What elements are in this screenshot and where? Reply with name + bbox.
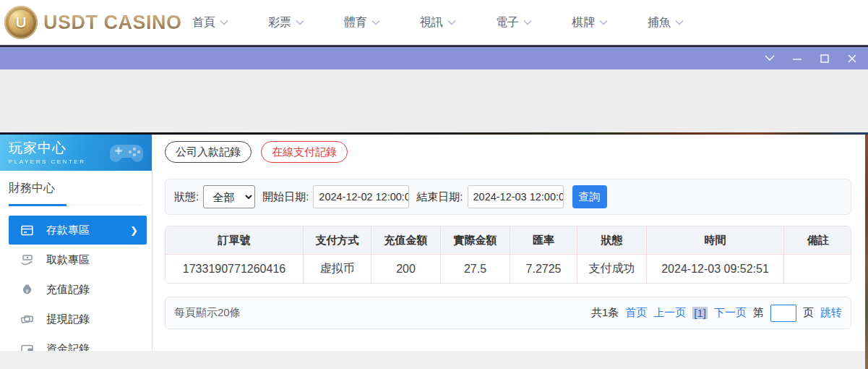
sidebar-item-withdraw[interactable]: 取款專區 — [0, 245, 152, 274]
sidebar-item-recharge-record[interactable]: ¥ 充值記錄 — [0, 275, 152, 304]
page-number-input[interactable] — [770, 305, 796, 322]
table-row: 1733190771260416 虚拟币 200 27.5 7.2725 支付成… — [166, 255, 851, 283]
chevron-down-icon — [599, 20, 608, 25]
records-table-wrap: 訂單號 支付方式 充值金額 實際金額 匯率 狀態 時間 備註 173319077 — [165, 226, 851, 284]
search-button[interactable]: 查詢 — [572, 185, 607, 208]
col-actual-amount: 實際金額 — [440, 226, 510, 255]
nav-item-lottery[interactable]: 彩票 — [268, 15, 304, 30]
maximize-icon[interactable] — [819, 53, 830, 64]
chevron-down-icon — [220, 20, 228, 25]
brand-logo[interactable]: U USDT CASINO — [0, 6, 182, 39]
nav-label: 棋牌 — [572, 15, 595, 30]
nav-item-sports[interactable]: 體育 — [344, 15, 380, 30]
page-size-text: 每頁顯示20條 — [174, 306, 241, 320]
withdraw-icon — [20, 253, 34, 267]
cell-pay-method: 虚拟币 — [303, 255, 371, 283]
col-time: 時間 — [646, 226, 783, 255]
content-panel: 玩家中心 PLAYERS CENTER 財務中心 存款專區 ❯ — [0, 135, 865, 351]
end-date-label: 結束日期: — [416, 190, 463, 204]
chevron-down-icon[interactable] — [764, 53, 775, 64]
cell-status: 支付成功 — [577, 255, 646, 283]
col-status: 狀態 — [577, 226, 646, 255]
next-page-link[interactable]: 下一页 — [714, 306, 747, 320]
cell-recharge-amount: 200 — [371, 255, 440, 283]
nav-label: 體育 — [344, 15, 367, 30]
sidebar-item-label: 充值記錄 — [46, 283, 90, 297]
nav-item-home[interactable]: 首頁 — [192, 15, 228, 30]
col-order-no: 訂單號 — [166, 226, 303, 255]
sidebar-item-deposit[interactable]: 存款專區 ❯ — [9, 216, 147, 245]
window-titlebar — [0, 47, 868, 69]
nav-label: 彩票 — [268, 15, 291, 30]
total-count-text: 共1条 — [591, 306, 619, 320]
sidebar-item-label: 存款專區 — [46, 224, 90, 237]
minimize-icon[interactable] — [791, 53, 803, 64]
status-select[interactable]: 全部 — [203, 185, 255, 208]
start-date-input[interactable] — [313, 185, 409, 208]
jump-prefix-text: 第 — [753, 306, 764, 320]
background-edge-strip — [865, 135, 868, 369]
cell-rate: 7.2725 — [510, 255, 577, 283]
nav-label: 視訊 — [420, 15, 443, 30]
records-table: 訂單號 支付方式 充值金額 實際金額 匯率 狀態 時間 備註 173319077 — [166, 226, 851, 283]
record-tabs: 公司入款記錄 在線支付記錄 — [165, 141, 348, 163]
close-icon[interactable] — [846, 53, 858, 64]
nav-item-slots[interactable]: 電子 — [496, 15, 532, 30]
col-remark: 備註 — [783, 226, 851, 255]
bottom-band — [0, 351, 865, 369]
prev-page-link[interactable]: 上一页 — [653, 306, 686, 320]
col-rate: 匯率 — [510, 226, 577, 255]
sidebar: 玩家中心 PLAYERS CENTER 財務中心 存款專區 ❯ — [0, 135, 152, 351]
nav-label: 電子 — [496, 15, 519, 30]
filter-bar: 狀態: 全部 開始日期: 結束日期: 查詢 — [165, 179, 851, 215]
sidebar-header: 玩家中心 PLAYERS CENTER — [0, 135, 152, 171]
sidebar-section-title: 財務中心 — [9, 181, 143, 205]
nav-item-fishing[interactable]: 捕魚 — [648, 15, 684, 30]
brand-coin-icon: U — [4, 6, 38, 39]
pagination-bar: 每頁顯示20條 共1条 首页 上一页 [1] 下一页 第 页 跳转 — [165, 297, 851, 329]
start-date-label: 開始日期: — [262, 190, 309, 204]
nav-item-live[interactable]: 視訊 — [420, 15, 456, 30]
first-page-link[interactable]: 首页 — [625, 306, 647, 320]
chevron-down-icon — [523, 20, 532, 25]
cell-actual-amount: 27.5 — [440, 255, 510, 283]
end-date-input[interactable] — [468, 185, 564, 208]
chevron-down-icon — [371, 20, 380, 25]
main-content: 公司入款記錄 在線支付記錄 狀態: 全部 開始日期: 結束日期: 查詢 訂 — [153, 135, 865, 351]
col-pay-method: 支付方式 — [303, 226, 371, 255]
nav-label: 捕魚 — [648, 15, 671, 30]
sidebar-item-label: 提現記錄 — [46, 313, 90, 326]
banknotes-icon — [20, 313, 34, 326]
current-page-badge: [1] — [692, 307, 708, 319]
brand-name: USDT CASINO — [43, 12, 182, 34]
spacer-band — [0, 69, 868, 132]
svg-text:¥: ¥ — [26, 288, 29, 293]
tab-company-deposit-record[interactable]: 公司入款記錄 — [165, 141, 252, 163]
nav-label: 首頁 — [192, 15, 215, 30]
col-recharge-amount: 充值金額 — [371, 226, 440, 255]
cell-remark — [783, 255, 851, 283]
jump-link[interactable]: 跳转 — [820, 306, 842, 320]
deposit-icon — [20, 224, 34, 237]
brand-coin-letter: U — [15, 14, 26, 31]
chevron-down-icon — [447, 20, 456, 25]
sidebar-item-withdrawal-record[interactable]: 提現記錄 — [0, 305, 152, 334]
tab-online-payment-record[interactable]: 在線支付記錄 — [261, 141, 348, 163]
jump-suffix-text: 页 — [803, 306, 814, 320]
nav-item-chess[interactable]: 棋牌 — [572, 15, 608, 30]
chevron-down-icon — [675, 20, 684, 25]
status-label: 狀態: — [174, 190, 199, 204]
top-nav-bar: U USDT CASINO 首頁 彩票 體育 視訊 電子 — [0, 0, 868, 45]
cell-order-no: 1733190771260416 — [166, 255, 303, 283]
chevron-right-icon: ❯ — [130, 225, 138, 236]
cell-time: 2024-12-03 09:52:51 — [646, 255, 783, 283]
gamepad-icon — [107, 140, 146, 165]
main-menu: 首頁 彩票 體育 視訊 電子 棋牌 — [192, 15, 684, 30]
app-window: U USDT CASINO 首頁 彩票 體育 視訊 電子 — [0, 0, 868, 369]
pagination-controls: 共1条 首页 上一页 [1] 下一页 第 页 跳转 — [591, 305, 842, 322]
sidebar-menu: 存款專區 ❯ 取款專區 ¥ 充值記錄 提現記錄 資金記錄 — [0, 216, 152, 363]
money-bag-icon: ¥ — [20, 283, 34, 297]
table-header-row: 訂單號 支付方式 充值金額 實際金額 匯率 狀態 時間 備註 — [166, 226, 851, 255]
chevron-down-icon — [296, 20, 304, 25]
sidebar-item-label: 取款專區 — [46, 253, 90, 267]
